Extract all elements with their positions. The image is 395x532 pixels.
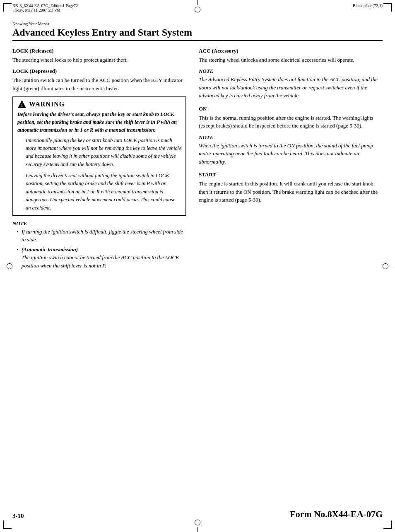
- page-number: 3-10: [12, 513, 24, 520]
- svg-text:!: !: [21, 103, 22, 108]
- note-item-2: (Automatic transmission) The ignition sw…: [17, 246, 186, 270]
- on-heading: ON: [199, 106, 383, 112]
- note2-body: When the ignition switch is turned to th…: [199, 142, 383, 166]
- warning-title: WARNING: [29, 101, 65, 108]
- header-left: RX-8_8X44-EA-07G_Edition1 Page72 Friday,…: [12, 3, 78, 12]
- form-number: Form No.8X44-EA-07G: [290, 509, 383, 520]
- corner-mark-bl: [3, 520, 12, 529]
- title-area: Knowing Your Mazda Advanced Keyless Entr…: [0, 13, 395, 41]
- header-left-line1: RX-8_8X44-EA-07G_Edition1 Page72: [12, 3, 78, 8]
- reg-mark-top: [195, 0, 200, 12]
- warning-indent2: Leaving the driver’s seat without puttin…: [26, 172, 181, 212]
- note1-body: The Advanced Keyless Entry System does n…: [199, 75, 383, 100]
- title-rule: [12, 40, 383, 41]
- lock-depressed-body: The ignition switch can be turned to the…: [12, 76, 186, 92]
- col-right: ACC (Accessory) The steering wheel unloc…: [199, 48, 383, 272]
- corner-mark-br: [383, 520, 392, 529]
- lock-released-heading: LOCK (Released): [12, 48, 186, 54]
- warning-body: Before leaving the driver’s seat, always…: [17, 111, 181, 134]
- header-left-line2: Friday, May 11 2007 5:3 PM: [12, 8, 78, 12]
- corner-mark-tl: [3, 3, 12, 12]
- reg-mark-right: [383, 263, 395, 269]
- lock-released-body: The steering wheel locks to help protect…: [12, 56, 186, 64]
- warning-triangle-icon: !: [17, 100, 26, 109]
- note-heading-left: NOTE: [12, 220, 186, 227]
- note2-heading: NOTE: [199, 134, 383, 141]
- note-list-left: If turning the ignition switch is diffic…: [12, 228, 186, 270]
- lock-depressed-heading: LOCK (Depressed): [12, 68, 186, 75]
- warning-indent1: Intentionally placing the key or start k…: [26, 137, 181, 169]
- warning-box: ! WARNING Before leaving the driver’s se…: [12, 96, 186, 216]
- start-heading: START: [199, 171, 383, 178]
- page-title: Advanced Keyless Entry and Start System: [12, 26, 383, 39]
- page-footer: 3-10 Form No.8X44-EA-07G: [0, 509, 395, 520]
- reg-mark-left: [0, 263, 12, 269]
- acc-body: The steering wheel unlocks and some elec…: [199, 56, 383, 64]
- breadcrumb: Knowing Your Mazda: [12, 22, 383, 26]
- corner-mark-tr: [383, 3, 392, 12]
- note1-heading: NOTE: [199, 68, 383, 75]
- header-right: Black plate (72,1): [353, 3, 383, 8]
- col-left: LOCK (Released) The steering wheel locks…: [12, 48, 186, 272]
- note-item-2-bold: (Automatic transmission): [22, 246, 78, 253]
- page-wrapper: RX-8_8X44-EA-07G_Edition1 Page72 Friday,…: [0, 0, 395, 532]
- content-area: LOCK (Released) The steering wheel locks…: [0, 48, 395, 272]
- note-item-1: If turning the ignition switch is diffic…: [17, 228, 186, 244]
- acc-heading: ACC (Accessory): [199, 48, 383, 54]
- start-body: The engine is started in this position. …: [199, 180, 383, 204]
- reg-mark-bottom: [195, 520, 200, 532]
- on-body: This is the normal running position afte…: [199, 114, 383, 130]
- warning-header: ! WARNING: [17, 100, 181, 109]
- note-item-1-text: If turning the ignition switch is diffic…: [22, 229, 183, 243]
- note-item-2-rest: The ignition switch cannot be turned fro…: [22, 254, 179, 269]
